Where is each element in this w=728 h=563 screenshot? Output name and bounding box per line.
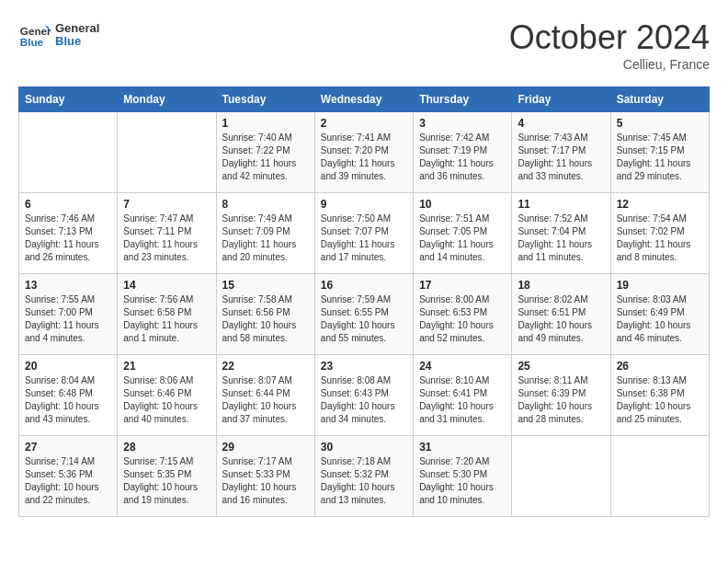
day-number: 20 <box>25 360 111 373</box>
weekday-header: Thursday <box>414 87 512 112</box>
day-detail: Sunrise: 8:03 AM Sunset: 6:49 PM Dayligh… <box>617 293 703 345</box>
calendar-cell: 10Sunrise: 7:51 AM Sunset: 7:05 PM Dayli… <box>414 193 512 274</box>
weekday-header: Monday <box>118 87 216 112</box>
calendar-cell: 4Sunrise: 7:43 AM Sunset: 7:17 PM Daylig… <box>512 112 610 193</box>
calendar-cell <box>512 436 610 517</box>
day-detail: Sunrise: 7:17 AM Sunset: 5:33 PM Dayligh… <box>222 455 309 507</box>
calendar-cell: 26Sunrise: 8:13 AM Sunset: 6:38 PM Dayli… <box>610 355 709 436</box>
calendar-cell: 30Sunrise: 7:18 AM Sunset: 5:32 PM Dayli… <box>314 436 413 517</box>
day-detail: Sunrise: 7:52 AM Sunset: 7:04 PM Dayligh… <box>518 213 604 264</box>
day-number: 15 <box>222 279 309 292</box>
day-number: 6 <box>25 198 111 211</box>
day-detail: Sunrise: 8:10 AM Sunset: 6:41 PM Dayligh… <box>419 374 506 426</box>
weekday-header: Wednesday <box>314 87 413 112</box>
day-number: 1 <box>222 117 309 130</box>
day-number: 5 <box>617 117 703 130</box>
day-number: 3 <box>419 117 506 130</box>
day-number: 22 <box>222 360 309 373</box>
day-detail: Sunrise: 7:45 AM Sunset: 7:15 PM Dayligh… <box>617 132 703 183</box>
calendar-cell: 7Sunrise: 7:47 AM Sunset: 7:11 PM Daylig… <box>118 193 216 274</box>
day-detail: Sunrise: 7:59 AM Sunset: 6:55 PM Dayligh… <box>321 293 407 345</box>
calendar-cell: 25Sunrise: 8:11 AM Sunset: 6:39 PM Dayli… <box>512 355 610 436</box>
day-number: 4 <box>518 117 604 130</box>
calendar-cell: 28Sunrise: 7:15 AM Sunset: 5:35 PM Dayli… <box>118 436 216 517</box>
calendar-cell: 29Sunrise: 7:17 AM Sunset: 5:33 PM Dayli… <box>216 436 314 517</box>
day-detail: Sunrise: 7:20 AM Sunset: 5:30 PM Dayligh… <box>419 455 506 507</box>
day-detail: Sunrise: 8:07 AM Sunset: 6:44 PM Dayligh… <box>222 374 309 426</box>
calendar-table: SundayMondayTuesdayWednesdayThursdayFrid… <box>18 86 710 517</box>
calendar-cell: 22Sunrise: 8:07 AM Sunset: 6:44 PM Dayli… <box>216 355 314 436</box>
day-detail: Sunrise: 7:15 AM Sunset: 5:35 PM Dayligh… <box>123 455 210 507</box>
day-number: 21 <box>123 360 210 373</box>
calendar-cell: 31Sunrise: 7:20 AM Sunset: 5:30 PM Dayli… <box>414 436 512 517</box>
calendar-cell: 8Sunrise: 7:49 AM Sunset: 7:09 PM Daylig… <box>216 193 314 274</box>
day-number: 19 <box>617 279 703 292</box>
svg-text:Blue: Blue <box>20 36 44 48</box>
day-detail: Sunrise: 7:43 AM Sunset: 7:17 PM Dayligh… <box>518 132 604 183</box>
calendar-cell: 6Sunrise: 7:46 AM Sunset: 7:13 PM Daylig… <box>19 193 118 274</box>
calendar-cell: 2Sunrise: 7:41 AM Sunset: 7:20 PM Daylig… <box>314 112 413 193</box>
day-detail: Sunrise: 8:08 AM Sunset: 6:43 PM Dayligh… <box>321 374 407 426</box>
day-detail: Sunrise: 7:46 AM Sunset: 7:13 PM Dayligh… <box>25 213 111 264</box>
day-number: 17 <box>419 279 506 292</box>
day-number: 25 <box>518 360 604 373</box>
day-number: 31 <box>419 441 506 454</box>
day-detail: Sunrise: 7:58 AM Sunset: 6:56 PM Dayligh… <box>222 293 309 345</box>
logo-line2: Blue <box>55 35 99 48</box>
day-number: 30 <box>321 441 407 454</box>
calendar-cell <box>118 112 216 193</box>
day-detail: Sunrise: 7:18 AM Sunset: 5:32 PM Dayligh… <box>321 455 407 507</box>
calendar-cell: 9Sunrise: 7:50 AM Sunset: 7:07 PM Daylig… <box>314 193 413 274</box>
day-number: 26 <box>617 360 703 373</box>
day-number: 23 <box>321 360 407 373</box>
calendar-cell: 1Sunrise: 7:40 AM Sunset: 7:22 PM Daylig… <box>216 112 314 193</box>
day-detail: Sunrise: 7:54 AM Sunset: 7:02 PM Dayligh… <box>617 213 703 264</box>
day-number: 11 <box>518 198 604 211</box>
month-info: October 2024 Cellieu, France <box>509 18 710 72</box>
day-detail: Sunrise: 7:40 AM Sunset: 7:22 PM Dayligh… <box>222 132 309 183</box>
day-number: 18 <box>518 279 604 292</box>
calendar-cell: 13Sunrise: 7:55 AM Sunset: 7:00 PM Dayli… <box>19 274 118 355</box>
page-header: General Blue General Blue October 2024 C… <box>18 18 710 72</box>
day-number: 14 <box>123 279 210 292</box>
day-detail: Sunrise: 7:42 AM Sunset: 7:19 PM Dayligh… <box>419 132 506 183</box>
logo: General Blue General Blue <box>18 18 99 52</box>
day-detail: Sunrise: 7:56 AM Sunset: 6:58 PM Dayligh… <box>123 293 210 345</box>
day-detail: Sunrise: 8:06 AM Sunset: 6:46 PM Dayligh… <box>123 374 210 426</box>
calendar-cell: 18Sunrise: 8:02 AM Sunset: 6:51 PM Dayli… <box>512 274 610 355</box>
day-detail: Sunrise: 8:13 AM Sunset: 6:38 PM Dayligh… <box>617 374 703 426</box>
logo-line1: General <box>55 22 99 35</box>
day-number: 8 <box>222 198 309 211</box>
weekday-header: Saturday <box>610 87 709 112</box>
calendar-cell: 14Sunrise: 7:56 AM Sunset: 6:58 PM Dayli… <box>118 274 216 355</box>
calendar-cell: 11Sunrise: 7:52 AM Sunset: 7:04 PM Dayli… <box>512 193 610 274</box>
day-number: 16 <box>321 279 407 292</box>
day-detail: Sunrise: 7:49 AM Sunset: 7:09 PM Dayligh… <box>222 213 309 264</box>
day-number: 12 <box>617 198 703 211</box>
day-number: 13 <box>25 279 111 292</box>
day-detail: Sunrise: 8:11 AM Sunset: 6:39 PM Dayligh… <box>518 374 604 426</box>
calendar-cell <box>19 112 118 193</box>
location: Cellieu, France <box>509 57 710 72</box>
day-number: 27 <box>25 441 111 454</box>
day-detail: Sunrise: 8:02 AM Sunset: 6:51 PM Dayligh… <box>518 293 604 345</box>
day-number: 28 <box>123 441 210 454</box>
calendar-cell: 27Sunrise: 7:14 AM Sunset: 5:36 PM Dayli… <box>19 436 118 517</box>
calendar-cell: 3Sunrise: 7:42 AM Sunset: 7:19 PM Daylig… <box>414 112 512 193</box>
calendar-cell: 5Sunrise: 7:45 AM Sunset: 7:15 PM Daylig… <box>610 112 709 193</box>
day-number: 24 <box>419 360 506 373</box>
day-detail: Sunrise: 8:04 AM Sunset: 6:48 PM Dayligh… <box>25 374 111 426</box>
day-detail: Sunrise: 7:50 AM Sunset: 7:07 PM Dayligh… <box>321 213 407 264</box>
day-detail: Sunrise: 7:51 AM Sunset: 7:05 PM Dayligh… <box>419 213 506 264</box>
day-detail: Sunrise: 7:55 AM Sunset: 7:00 PM Dayligh… <box>25 293 111 345</box>
weekday-header: Tuesday <box>216 87 314 112</box>
calendar-cell: 15Sunrise: 7:58 AM Sunset: 6:56 PM Dayli… <box>216 274 314 355</box>
calendar-cell: 21Sunrise: 8:06 AM Sunset: 6:46 PM Dayli… <box>118 355 216 436</box>
day-number: 7 <box>123 198 210 211</box>
calendar-cell: 24Sunrise: 8:10 AM Sunset: 6:41 PM Dayli… <box>414 355 512 436</box>
calendar-cell: 19Sunrise: 8:03 AM Sunset: 6:49 PM Dayli… <box>610 274 709 355</box>
calendar-cell: 23Sunrise: 8:08 AM Sunset: 6:43 PM Dayli… <box>314 355 413 436</box>
calendar-cell: 16Sunrise: 7:59 AM Sunset: 6:55 PM Dayli… <box>314 274 413 355</box>
day-number: 29 <box>222 441 309 454</box>
weekday-header: Friday <box>512 87 610 112</box>
